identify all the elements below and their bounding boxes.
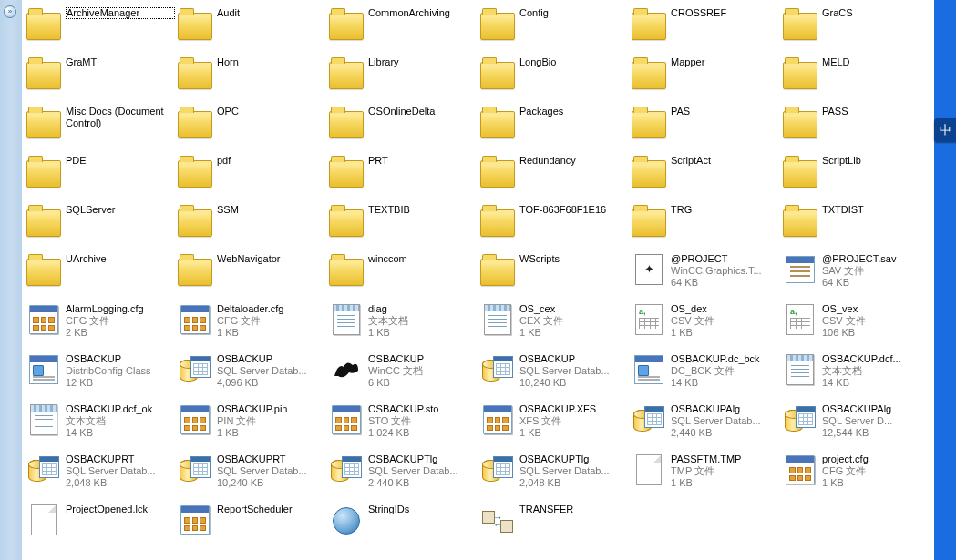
file-item[interactable]: OSBACKUPAlgSQL Server D...12,544 KB: [782, 402, 933, 439]
file-item[interactable]: OSBACKUPTlgSQL Server Datab...2,440 KB: [328, 452, 479, 489]
folder-icon: [328, 104, 365, 140]
file-item[interactable]: winccom: [328, 251, 479, 289]
file-item[interactable]: @PROJECTWinCC.Graphics.T...64 KB: [631, 251, 782, 289]
csv-file-icon: [631, 301, 667, 338]
file-item[interactable]: CROSSREF: [631, 5, 782, 42]
file-item[interactable]: TRG: [631, 202, 782, 239]
file-item[interactable]: OS_dexCSV 文件1 KB: [631, 301, 782, 339]
file-item[interactable]: MELD: [782, 55, 933, 91]
tasks-pane-collapsed[interactable]: »: [0, 0, 23, 560]
file-item[interactable]: OSBACKUP.stoSTO 文件1,024 KB: [328, 402, 479, 439]
file-item[interactable]: Library: [328, 55, 479, 91]
file-item[interactable]: CommonArchiving: [328, 5, 479, 42]
file-type: CFG 文件: [217, 315, 324, 327]
file-item[interactable]: Mapper: [631, 55, 782, 91]
file-item[interactable]: ReportScheduler: [177, 502, 328, 538]
file-type: SQL Server D...: [822, 415, 930, 427]
file-size: 2,048 KB: [519, 477, 627, 489]
file-name: TRG: [671, 204, 778, 216]
file-item[interactable]: OSBACKUPAlgSQL Server Datab...2,440 KB: [631, 402, 782, 439]
file-item[interactable]: AlarmLogging.cfgCFG 文件2 KB: [26, 301, 177, 339]
file-item[interactable]: @PROJECT.savSAV 文件64 KB: [782, 251, 933, 289]
file-item[interactable]: OS_cexCEX 文件1 KB: [479, 301, 631, 339]
file-item[interactable]: StringIDs: [328, 502, 479, 538]
file-item[interactable]: WScripts: [479, 251, 631, 289]
file-item[interactable]: ScriptLib: [782, 153, 933, 189]
file-name: OSBACKUP.dcf...: [822, 353, 930, 365]
file-type: CEX 文件: [519, 315, 627, 327]
file-item[interactable]: LongBio: [479, 55, 631, 91]
file-item[interactable]: OSBACKUPSQL Server Datab...4,096 KB: [177, 351, 328, 389]
file-item[interactable]: Config: [479, 5, 631, 42]
file-name: OSBACKUPRT: [217, 453, 324, 465]
file-item[interactable]: SQLServer: [26, 202, 177, 239]
file-item[interactable]: TXTDIST: [782, 202, 933, 239]
folder-icon: [177, 202, 213, 239]
file-name: OSBACKUP.XFS: [519, 403, 627, 415]
folder-icon: [631, 202, 667, 239]
file-item[interactable]: Misc Docs (Document Control): [26, 104, 177, 140]
right-edge-bar: [934, 0, 956, 560]
file-item[interactable]: PAS: [631, 104, 782, 140]
file-item[interactable]: OSBACKUPDistribConfig Class12 KB: [26, 351, 177, 389]
file-name: @PROJECT: [671, 253, 778, 265]
file-name: OSBACKUPRT: [66, 453, 173, 465]
file-name: @PROJECT.sav: [822, 253, 930, 265]
file-item[interactable]: OSBACKUPWinCC 文档6 KB: [328, 351, 479, 389]
file-item[interactable]: OSOnlineDelta: [328, 104, 479, 140]
file-item[interactable]: Redundancy: [479, 153, 631, 189]
file-item[interactable]: PRT: [328, 153, 479, 189]
file-item[interactable]: PDE: [26, 153, 177, 189]
folder-icon: [631, 5, 667, 42]
folder-icon: [479, 5, 516, 42]
file-item[interactable]: Packages: [479, 104, 631, 140]
file-item[interactable]: TOF-863F68F1E16: [479, 202, 631, 239]
file-size: 1 KB: [217, 327, 324, 339]
file-item[interactable]: OPC: [177, 104, 328, 140]
file-item[interactable]: ArchiveManager: [26, 5, 177, 42]
file-item[interactable]: GraCS: [782, 5, 933, 42]
file-item[interactable]: OSBACKUPTlgSQL Server Datab...2,048 KB: [479, 452, 631, 489]
file-name: OPC: [217, 106, 324, 117]
file-item[interactable]: diag文本文档1 KB: [328, 301, 479, 339]
file-type: CSV 文件: [671, 315, 778, 327]
file-item[interactable]: ProjectOpened.lck: [26, 502, 177, 538]
folder-icon: [479, 251, 516, 288]
file-item[interactable]: SSM: [177, 202, 328, 239]
file-name: Horn: [217, 56, 324, 68]
file-name: ReportScheduler: [217, 504, 324, 515]
file-item[interactable]: TRANSFER: [479, 502, 631, 538]
file-item[interactable]: GraMT: [26, 55, 177, 91]
file-item[interactable]: PASS: [782, 104, 933, 140]
file-item[interactable]: Deltaloader.cfgCFG 文件1 KB: [177, 301, 328, 339]
file-item[interactable]: OS_vexCSV 文件106 KB: [782, 301, 933, 339]
file-item[interactable]: Audit: [177, 5, 328, 42]
file-item[interactable]: OSBACKUPRTSQL Server Datab...2,048 KB: [26, 452, 177, 489]
file-item[interactable]: PASSFTM.TMPTMP 文件1 KB: [631, 452, 782, 489]
folder-icon: [479, 104, 516, 140]
file-name: diag: [368, 303, 476, 315]
file-item[interactable]: OSBACKUP.pinPIN 文件1 KB: [177, 402, 328, 439]
file-item[interactable]: ScriptAct: [631, 153, 782, 189]
file-name: LongBio: [519, 56, 627, 68]
file-item[interactable]: OSBACKUP.dcf_ok文本文档14 KB: [26, 402, 177, 439]
file-list-area[interactable]: ArchiveManagerAuditCommonArchivingConfig…: [22, 0, 933, 560]
ime-sticker[interactable]: 中: [934, 118, 956, 142]
file-item[interactable]: OSBACKUP.dc_bckDC_BCK 文件14 KB: [631, 351, 782, 389]
file-item[interactable]: OSBACKUPSQL Server Datab...10,240 KB: [479, 351, 631, 389]
file-item[interactable]: pdf: [177, 153, 328, 189]
file-item[interactable]: Horn: [177, 55, 328, 91]
file-item[interactable]: TEXTBIB: [328, 202, 479, 239]
file-item[interactable]: project.cfgCFG 文件1 KB: [782, 452, 933, 489]
file-name: WScripts: [519, 253, 627, 265]
file-type: TMP 文件: [671, 465, 778, 477]
file-item[interactable]: OSBACKUPRTSQL Server Datab...10,240 KB: [177, 452, 328, 489]
config-file-icon: [479, 402, 516, 438]
expand-chevron-icon[interactable]: »: [4, 5, 16, 18]
database-file-icon: [177, 351, 213, 388]
file-item[interactable]: UArchive: [26, 251, 177, 289]
file-item[interactable]: OSBACKUP.dcf...文本文档14 KB: [782, 351, 933, 389]
file-item[interactable]: OSBACKUP.XFSXFS 文件1 KB: [479, 402, 631, 439]
file-item[interactable]: WebNavigator: [177, 251, 328, 289]
file-name: OSBACKUP: [368, 353, 476, 365]
